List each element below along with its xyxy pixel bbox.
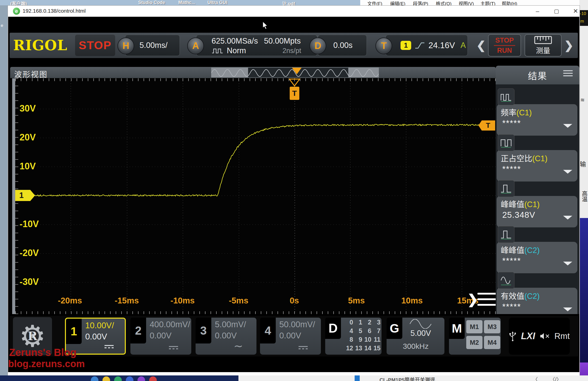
header-prev-chevron[interactable]: ❮ [476,39,486,52]
channel2-panel[interactable]: 2 400.00mV/ 0.00V [130,318,191,355]
taskbar-app-icon[interactable] [149,376,157,381]
header-next-chevron[interactable]: ❯ [564,39,574,52]
result-label: 频率 [501,108,516,117]
delay-knob[interactable]: D [309,38,326,54]
browser-titlebar[interactable]: e 192.168.0.138/control.html – ▢ ✕ [8,6,580,17]
preview-trigger-marker[interactable] [292,68,302,74]
taskbar-item-client[interactable]: (客户端) [10,0,27,5]
screen: (客户端) Studio Code Mathc... Ultra GUI 计.p… [0,0,588,381]
result-expand-icon[interactable] [563,124,572,128]
channel4-panel[interactable]: 4 50.00mV/ 0.00V [260,318,321,355]
acquire-mode: Norm [227,46,246,55]
result-channel: (C1) [516,108,532,117]
menu-help[interactable]: 帮助(H) [502,0,517,5]
taskbar-app-icon[interactable] [114,376,122,381]
results-header[interactable]: 结果 [496,66,579,84]
channel1-scale: 10.00V/ [85,321,114,330]
timebase-preview-strip[interactable] [211,67,379,78]
menu-edit[interactable]: 编辑(E) [390,0,405,5]
window-maximize-button[interactable]: ▢ [549,7,564,16]
background-doc-title: CL-PM1P5简单开关测评 [379,376,435,381]
result-expand-icon[interactable] [563,170,572,174]
mouse-cursor [262,21,269,30]
math-m2-button[interactable]: M2 [466,336,482,349]
sample-resolution: 2ns/pt [283,47,301,55]
channel3-panel[interactable]: 3 5.00mV/ 0.00V ∼ [196,318,256,355]
run-state-indicator[interactable]: STOP [75,35,115,56]
watermark-line1: Zeruns's Blog [9,347,76,358]
measure-button[interactable]: 测量 [525,34,562,57]
sine-icon [409,319,433,329]
trigger-panel[interactable]: 1 24.16V A [386,35,468,56]
trigger-position-marker[interactable]: T [290,87,299,100]
grid-menu-icon[interactable] [477,304,496,306]
menu-view[interactable]: 视图(V) [459,0,474,5]
math-m1-button[interactable]: M1 [466,320,482,333]
result-card[interactable]: 频率(C1) ***** [497,104,577,136]
result-card[interactable]: 峰峰值(C2) ***** [497,242,577,273]
back-chevron-icon[interactable]: 〈 [533,375,538,381]
taskbar-item-studio-code[interactable]: Studio Code [138,0,165,5]
taskbar-app-icon[interactable] [137,376,145,381]
taskbar-item-mathc[interactable]: Mathc... [178,0,195,5]
taskbar-item-ultra-gui[interactable]: Ultra GUI [207,0,227,5]
result-card[interactable]: 有效值(C2) ***** [497,288,577,314]
edge-fragment: ≋ [580,97,585,103]
background-blue-tile [355,375,360,381]
waveform-view: 波形视图 [10,67,496,314]
window-minimize-button[interactable]: – [530,7,545,16]
grid-menu-chevron-icon[interactable]: ❯ [467,292,478,307]
result-expand-icon[interactable] [563,262,572,265]
taskbar-item-pdf[interactable]: 计.pdf [282,0,295,5]
graticule[interactable]: 30V 20V 10V -10V -20V -30V -20ms -15ms -… [10,78,496,314]
taskbar-app-icon[interactable] [102,376,110,381]
result-label: 正占空比 [501,154,532,163]
menu-theme[interactable]: 主题(T) [480,0,495,5]
digital-d-label: D [325,318,341,339]
stop-run-button[interactable]: STOP RUN [488,34,521,57]
measure-pkpk-icon [498,180,514,197]
background-right-edge: -10 m ≋ 输 高温 [579,0,588,381]
horizontal-knob[interactable]: H [117,38,134,54]
grid-menu-icon[interactable] [477,298,496,300]
waveform-view-titlebar[interactable]: 波形视图 [10,67,496,78]
taskbar-app-icon[interactable] [91,376,98,381]
rising-edge-icon [415,41,425,50]
browser-url[interactable]: 192.168.0.138/control.html [23,8,86,14]
result-channel: (C2) [524,246,540,255]
background-taskbar-bottom [0,375,238,381]
usb-icon [509,331,516,341]
taskbar-app-icon[interactable] [126,376,133,381]
acquire-panel[interactable]: 625.00MSa/s 50.00Mpts Norm 2ns/pt [196,35,317,56]
window-close-button[interactable]: ✕ [568,7,583,16]
menu-paragraph[interactable]: 段落(P) [413,0,428,5]
menu-file[interactable]: 文件(F) [367,0,382,5]
trigger-level-marker[interactable]: T [478,120,495,131]
acquire-knob[interactable]: A [187,38,204,54]
measure-label: 测量 [536,45,550,55]
edge-blue-block [579,218,588,362]
generator-panel[interactable]: G 5.00V 300kHz [387,318,444,355]
math-m4-button[interactable]: M4 [484,336,500,349]
math-panel[interactable]: M M1 M3 M2 M4 [449,318,501,355]
result-expand-icon[interactable] [563,307,572,311]
grid-menu-icon[interactable] [477,293,496,295]
trigger-knob[interactable]: T [375,38,392,54]
results-menu-icon[interactable] [563,69,573,78]
result-card[interactable]: 峰峰值(C1) 25.348V [497,196,577,227]
trigger-position-outline-icon[interactable] [289,79,300,87]
math-m3-button[interactable]: M3 [484,320,500,333]
channel4-number: 4 [260,318,276,343]
result-expand-icon[interactable] [563,216,572,220]
result-card[interactable]: 正占空比(C1) ***** [497,150,577,182]
background-bottom-strip: CL-PM1P5简单开关测评 〈 〈/〉 [0,375,588,381]
result-value: 25.348V [502,210,535,220]
channel2-scale: 400.00mV/ [150,320,190,329]
digital-panel[interactable]: D 0123 4567 891011 12131415 [325,318,382,355]
channel3-scale: 5.00mV/ [215,320,246,329]
code-icon[interactable]: 〈/〉 [550,375,562,381]
lxi-label: LXI [521,331,535,341]
status-area: LXI Rmt [509,318,570,355]
menu-format[interactable]: 格式(O) [436,0,452,5]
generator-g-label: G [387,318,402,339]
